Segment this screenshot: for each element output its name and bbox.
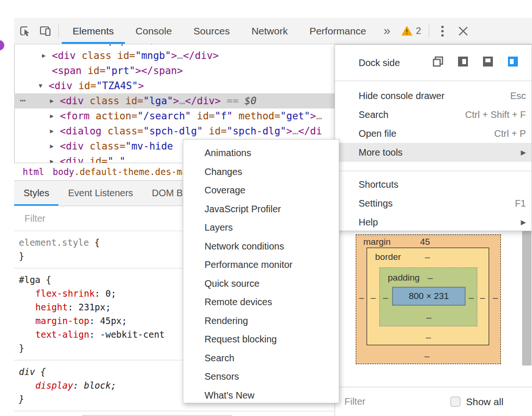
inherited-from-row: Inherited frombody.default-theme.des-mat <box>14 411 335 416</box>
collapsed-arrow-icon[interactable]: ▶ <box>50 108 54 124</box>
collapsed-arrow-icon[interactable]: ▶ <box>42 48 46 63</box>
collapsed-arrow-icon[interactable]: ▶ <box>50 93 54 108</box>
code-token: "spch-dlg" <box>227 125 286 137</box>
tab-performance[interactable]: Performance <box>299 18 377 44</box>
padding-label: padding <box>388 273 420 283</box>
more-tabs-button[interactable]: » <box>377 18 397 44</box>
padding-right-value[interactable]: – <box>467 292 475 303</box>
show-all-checkbox[interactable] <box>450 397 460 407</box>
submenu-item-changes[interactable]: Changes <box>183 163 339 182</box>
menu-item-settings[interactable]: SettingsF1 <box>335 194 532 213</box>
padding-top-value[interactable]: – <box>425 273 436 283</box>
console-warnings-badge[interactable]: 2 <box>397 18 426 44</box>
warning-icon <box>401 26 412 36</box>
dock-dock-bottom-icon[interactable] <box>482 55 494 70</box>
tab-network[interactable]: Network <box>241 18 299 44</box>
submenu-item-layers[interactable]: Layers <box>183 218 339 237</box>
code-token: <span <box>52 65 88 76</box>
margin-top-value[interactable]: 45 <box>411 237 439 247</box>
padding-bottom-value[interactable]: – <box>419 312 438 323</box>
dock-side-options <box>432 55 519 70</box>
menu-item-label: Shortcuts <box>359 179 398 190</box>
submenu-item-remote-devices[interactable]: Remote devices <box>183 293 339 312</box>
code-token: action= <box>96 110 138 122</box>
submenu-item-rendering[interactable]: Rendering <box>183 312 339 331</box>
collapsed-arrow-icon[interactable]: ▶ <box>50 139 54 154</box>
tab-sources[interactable]: Sources <box>183 18 241 44</box>
property-name: margin-top <box>35 316 89 326</box>
code-token: "prt" <box>106 65 135 76</box>
margin-left-value[interactable]: – <box>358 292 365 303</box>
breadcrumb-item[interactable]: html <box>23 166 44 177</box>
code-token: > <box>286 125 292 137</box>
code-token: id= <box>191 110 215 122</box>
toolbar-separator <box>58 25 59 38</box>
code-token: ></span> <box>135 65 183 76</box>
margin-bottom-value[interactable]: – <box>417 351 436 361</box>
menu-item-help[interactable]: Help▶ <box>335 213 532 232</box>
menu-item-search[interactable]: SearchCtrl + Shift + F <box>335 105 532 124</box>
overflow-dots-button[interactable]: … <box>20 91 26 106</box>
sidebar-tab-event-listeners[interactable]: Event Listeners <box>58 181 142 206</box>
submenu-item-javascript-profiler[interactable]: JavaScript Profiler <box>183 200 339 219</box>
code-token: id= <box>78 80 96 92</box>
menu-item-more-tools[interactable]: More tools▶ <box>335 143 532 162</box>
dock-undock-icon[interactable] <box>432 55 444 70</box>
submenu-item-request-blocking[interactable]: Request blocking <box>183 330 339 349</box>
code-token: class= <box>90 141 125 152</box>
devtools-menu-button[interactable] <box>432 18 453 44</box>
tab-elements[interactable]: Elements <box>62 18 125 44</box>
inspect-element-button[interactable] <box>14 18 35 44</box>
code-token: "spch-dlg" <box>143 125 203 137</box>
property-name: display <box>35 380 73 391</box>
inspect-cursor-icon <box>18 25 31 37</box>
code-token: class id= <box>90 95 143 107</box>
menu-item-label: Help <box>359 217 378 228</box>
collapsed-arrow-icon[interactable]: ▶ <box>50 124 54 139</box>
menu-item-open-file[interactable]: Open fileCtrl + P <box>335 124 532 143</box>
property-value: -webkit-cent <box>100 329 164 340</box>
close-devtools-button[interactable] <box>453 18 474 44</box>
expanded-arrow-icon[interactable]: ▼ <box>39 78 42 93</box>
border-right-value[interactable]: – <box>479 292 486 303</box>
dock-dock-left-icon[interactable] <box>457 55 469 70</box>
menu-item-hide-console-drawer[interactable]: Hide console drawerEsc <box>335 86 532 105</box>
dock-side-row: Dock side <box>335 45 532 81</box>
computed-scrollbar-thumb[interactable] <box>522 231 532 366</box>
submenu-item-quick-source[interactable]: Quick source <box>183 275 339 293</box>
submenu-item-performance-monitor[interactable]: Performance monitor <box>183 256 339 275</box>
sidebar-tab-styles[interactable]: Styles <box>14 181 58 206</box>
border-bottom-value[interactable]: – <box>419 332 438 342</box>
warning-count: 2 <box>416 25 421 36</box>
panel-tabs: ElementsConsoleSourcesNetworkPerformance <box>62 18 377 44</box>
dock-side-label: Dock side <box>359 58 400 68</box>
property-name: height <box>35 302 68 312</box>
crumb-token: .default-theme.des-mat <box>74 166 193 177</box>
submenu-item-search[interactable]: Search <box>183 349 339 368</box>
computed-filter-input[interactable] <box>344 396 434 407</box>
dock-dock-right-icon[interactable] <box>507 55 519 70</box>
border-left-value[interactable]: – <box>369 292 377 303</box>
submenu-item-animations[interactable]: Animations <box>183 144 339 163</box>
margin-label: margin <box>363 237 391 247</box>
box-model-content[interactable]: 800 × 231 <box>392 287 466 306</box>
margin-right-value[interactable]: – <box>491 292 499 303</box>
tab-console[interactable]: Console <box>125 18 183 44</box>
submenu-item-coverage[interactable]: Coverage <box>183 181 339 200</box>
submenu-item-sensors[interactable]: Sensors <box>183 367 339 386</box>
code-token: class= <box>107 125 143 137</box>
code-token: … <box>179 95 185 107</box>
submenu-item-network-conditions[interactable]: Network conditions <box>183 237 339 256</box>
breadcrumb-item[interactable]: body.default-theme.des-mat <box>53 166 193 177</box>
page-background <box>0 0 14 416</box>
property-colon: : <box>68 302 79 312</box>
submenu-item-what-s-new[interactable]: What's New <box>183 386 339 405</box>
border-top-value[interactable]: – <box>418 252 437 262</box>
styles-filter-input[interactable] <box>25 213 180 224</box>
menu-item-shortcuts[interactable]: Shortcuts <box>335 175 532 194</box>
padding-left-value[interactable]: – <box>382 292 389 303</box>
device-toolbar-button[interactable] <box>35 18 56 44</box>
collapsed-arrow-icon[interactable]: ▶ <box>50 154 54 163</box>
code-token: <div <box>55 44 85 46</box>
crumb-token: body <box>53 166 74 177</box>
